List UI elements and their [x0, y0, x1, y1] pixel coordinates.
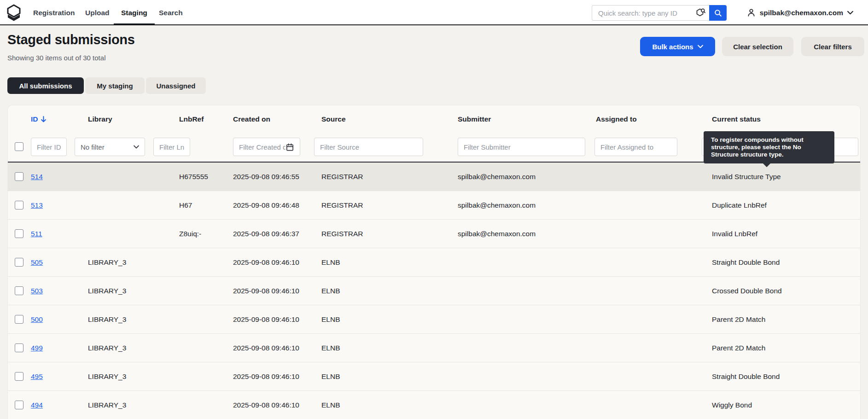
row-created-on: 2025-09-08 09:46:37 [233, 220, 299, 248]
filter-library-select[interactable]: No filter [75, 138, 145, 156]
table-body: 514H6755552025-09-08 09:46:55REGISTRARsp… [8, 162, 860, 419]
table-row: 494LIBRARY_32025-09-08 09:46:10ELNBWiggl… [8, 391, 860, 419]
row-lnbref: H67 [179, 191, 192, 219]
nav-item-upload[interactable]: Upload [85, 0, 110, 25]
row-lnbref: H675555 [179, 163, 208, 191]
row-source: ELNB [321, 334, 340, 362]
row-created-on: 2025-09-08 09:46:10 [233, 305, 299, 333]
row-id-link[interactable]: 500 [31, 305, 43, 333]
row-checkbox[interactable] [15, 172, 23, 181]
status-tooltip-text: To register compounds without structure,… [711, 136, 804, 158]
bulk-actions-button[interactable]: Bulk actions [640, 37, 715, 56]
select-all-checkbox[interactable] [15, 142, 23, 151]
chevron-down-icon [698, 45, 703, 48]
row-submitter: spilbak@chemaxon.com [458, 220, 536, 248]
row-status: Parent 2D Match [712, 334, 765, 362]
status-tooltip: To register compounds without structure,… [704, 131, 834, 163]
row-checkbox[interactable] [15, 286, 23, 295]
row-id-link[interactable]: 495 [31, 362, 43, 390]
sort-desc-arrow-icon [41, 116, 47, 122]
row-checkbox[interactable] [15, 401, 23, 409]
row-checkbox[interactable] [15, 258, 23, 267]
quick-search [592, 5, 727, 21]
row-source: ELNB [321, 248, 340, 276]
quick-search-input[interactable] [592, 5, 709, 21]
column-header-lnbref[interactable]: LnbRef [179, 115, 204, 123]
row-id-link[interactable]: 511 [31, 220, 42, 248]
row-id-link[interactable]: 503 [31, 277, 43, 305]
row-created-on: 2025-09-08 09:46:10 [233, 334, 299, 362]
row-status: Parent 2D Match [712, 305, 765, 333]
row-id-link[interactable]: 494 [31, 391, 43, 419]
column-header-created-on[interactable]: Created on [233, 115, 270, 123]
row-created-on: 2025-09-08 09:46:55 [233, 163, 299, 191]
column-header-submitter[interactable]: Submitter [458, 115, 491, 123]
row-source: ELNB [321, 305, 340, 333]
row-source: REGISTRAR [321, 220, 363, 248]
nav-item-search[interactable]: Search [159, 0, 183, 25]
row-status: Crossed Double Bond [712, 277, 782, 305]
tab-my-staging[interactable]: My staging [85, 77, 145, 94]
row-status: Straight Double Bond [712, 248, 780, 276]
tab-all-submissions[interactable]: All submissions [7, 77, 84, 94]
row-checkbox[interactable] [15, 229, 23, 238]
row-status: Duplicate LnbRef [712, 191, 767, 219]
row-id-link[interactable]: 514 [31, 163, 43, 191]
table-row: 513H672025-09-08 09:46:48REGISTRARspilba… [8, 191, 860, 220]
table-row: 514H6755552025-09-08 09:46:55REGISTRARsp… [8, 163, 860, 191]
page-title: Staged submissions [7, 32, 135, 47]
filter-created-on-input[interactable]: Filter Created on [233, 138, 300, 156]
column-header-library[interactable]: Library [88, 115, 112, 123]
chevron-down-icon [847, 11, 853, 15]
row-id-link[interactable]: 505 [31, 248, 43, 276]
chevron-down-icon [134, 145, 139, 149]
row-library: LIBRARY_3 [88, 334, 126, 362]
table-row: 495LIBRARY_32025-09-08 09:46:10ELNBStrai… [8, 362, 860, 391]
filter-assigned-to-input[interactable] [594, 138, 677, 156]
filter-submitter-input[interactable] [458, 138, 585, 156]
table-row: 505LIBRARY_32025-09-08 09:46:10ELNBStrai… [8, 248, 860, 277]
row-id-link[interactable]: 513 [31, 191, 43, 219]
row-status: Straight Double Bond [712, 362, 780, 390]
row-checkbox[interactable] [15, 372, 23, 381]
search-button[interactable] [709, 5, 727, 21]
nav-item-registration[interactable]: Registration [33, 0, 75, 25]
search-icon [714, 9, 722, 17]
row-checkbox[interactable] [15, 201, 23, 210]
clear-filters-button[interactable]: Clear filters [801, 37, 864, 56]
tab-unassigned[interactable]: Unassigned [146, 77, 206, 94]
bulk-actions-label: Bulk actions [652, 43, 693, 51]
row-library: LIBRARY_3 [88, 277, 126, 305]
row-library: LIBRARY_3 [88, 362, 126, 390]
calendar-icon[interactable] [285, 143, 294, 151]
filter-source-input[interactable] [314, 138, 423, 156]
user-menu[interactable]: spilbak@chemaxon.com [747, 0, 853, 25]
row-submitter: spilbak@chemaxon.com [458, 191, 536, 219]
filter-id-input[interactable] [31, 138, 67, 156]
row-checkbox[interactable] [15, 315, 23, 324]
column-header-current-status[interactable]: Current status [712, 115, 761, 123]
column-header-source[interactable]: Source [321, 115, 346, 123]
row-id-link[interactable]: 499 [31, 334, 43, 362]
table-row: 503LIBRARY_32025-09-08 09:46:10ELNBCross… [8, 277, 860, 305]
column-header-assigned-to[interactable]: Assigned to [596, 115, 637, 123]
row-created-on: 2025-09-08 09:46:10 [233, 362, 299, 390]
chemaxon-logo-icon[interactable] [5, 4, 23, 22]
row-created-on: 2025-09-08 09:46:10 [233, 248, 299, 276]
user-email: spilbak@chemaxon.com [760, 9, 843, 17]
filter-lnbref-input[interactable] [153, 138, 190, 156]
column-header-id-label: ID [31, 115, 38, 123]
nav-item-staging[interactable]: Staging [121, 0, 147, 25]
structure-search-icon[interactable] [695, 7, 706, 18]
row-created-on: 2025-09-08 09:46:10 [233, 391, 299, 419]
column-header-id[interactable]: ID [31, 115, 47, 123]
row-created-on: 2025-09-08 09:46:48 [233, 191, 299, 219]
row-checkbox[interactable] [15, 343, 23, 352]
filter-library-value: No filter [81, 143, 105, 151]
table-row: 499LIBRARY_32025-09-08 09:46:10ELNBParen… [8, 334, 860, 362]
top-navbar: Registration Upload Staging Search spilb… [0, 0, 868, 25]
row-submitter: spilbak@chemaxon.com [458, 163, 536, 191]
clear-selection-button[interactable]: Clear selection [722, 37, 793, 56]
row-source: ELNB [321, 362, 340, 390]
row-library: LIBRARY_3 [88, 305, 126, 333]
